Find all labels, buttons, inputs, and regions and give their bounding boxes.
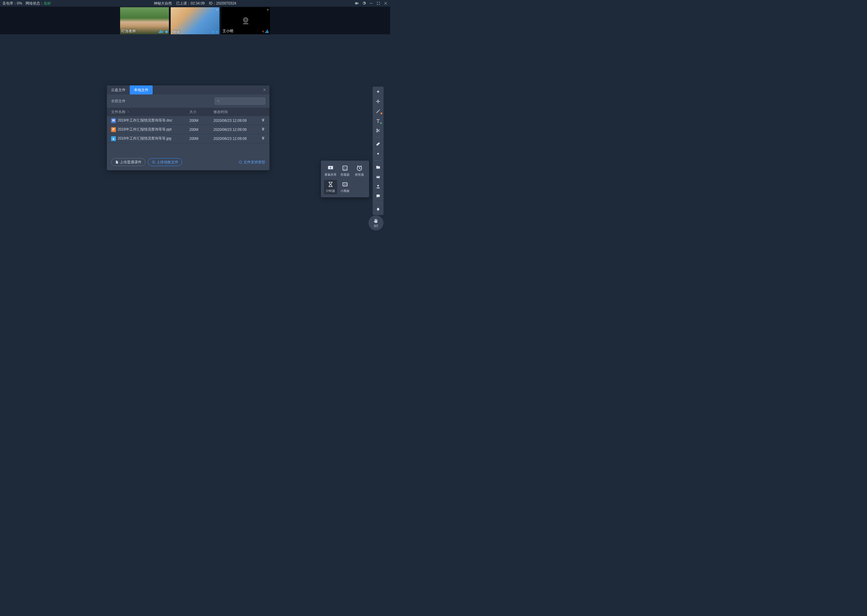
- raise-hand-button[interactable]: 0/2: [369, 215, 383, 230]
- supported-types-link[interactable]: 文件支持类型: [239, 160, 265, 165]
- participant-name: Nina: [172, 30, 180, 34]
- tool-screen-share[interactable]: 屏幕共享: [324, 163, 337, 178]
- tile-close-icon[interactable]: ×: [267, 8, 269, 12]
- camera-icon: [215, 30, 219, 34]
- svg-rect-13: [377, 176, 380, 178]
- breadcrumb-all-files[interactable]: 全部文件: [111, 99, 126, 104]
- svg-rect-0: [355, 2, 358, 5]
- tile-close-icon[interactable]: ×: [216, 8, 218, 12]
- file-name: 2019年工作汇报情况查询等等.ppt: [118, 127, 172, 132]
- gear-icon[interactable]: [362, 1, 366, 5]
- svg-text:✓: ✓: [345, 167, 347, 168]
- participant-name: 叮当老师: [121, 28, 136, 34]
- ppt-icon: P: [111, 127, 116, 132]
- mic-icon: [161, 30, 164, 34]
- svg-rect-14: [377, 176, 377, 177]
- text-tool[interactable]: [374, 117, 382, 124]
- hand-icon: [373, 218, 379, 224]
- svg-point-2: [165, 31, 168, 33]
- delete-icon[interactable]: [261, 136, 265, 140]
- file-name: 2019年工作汇报情况查询等等.doc: [118, 118, 172, 123]
- sort-icon: [127, 110, 130, 113]
- svg-rect-15: [378, 176, 378, 177]
- tool-mini-board[interactable]: 2+3 小黑板: [338, 180, 352, 194]
- file-name: 2019年工作汇报情况查询等等.jpg: [118, 136, 171, 141]
- eraser-tool[interactable]: [374, 140, 382, 148]
- star-tool[interactable]: [374, 150, 382, 157]
- file-size: 200M: [189, 137, 213, 141]
- play-icon: [152, 160, 155, 164]
- minimize-icon[interactable]: [369, 1, 373, 5]
- file-row[interactable]: W2019年工作汇报情况查询等等.doc 200M 2020/06/23 12:…: [107, 116, 270, 125]
- search-input[interactable]: [221, 99, 263, 103]
- pen-tool[interactable]: [374, 108, 382, 115]
- tools-popup: 屏幕共享 A✓B✗ 答题器 抢答器 计时器 2+3 小黑板: [321, 160, 369, 197]
- delete-icon[interactable]: [261, 118, 265, 122]
- svg-point-17: [377, 185, 379, 187]
- camera-off-icon: [240, 15, 251, 26]
- file-row[interactable]: ▲2019年工作汇报情况查询等等.jpg 200M 2020/06/23 12:…: [107, 134, 270, 143]
- svg-text:✗: ✗: [345, 168, 347, 170]
- search-icon: [217, 99, 220, 103]
- file-size: 200M: [189, 118, 213, 123]
- mic-icon: [212, 30, 214, 34]
- session-id: ID：2020070324: [209, 1, 236, 6]
- course-name: 神秘大自然: [154, 1, 172, 6]
- maximize-icon[interactable]: [376, 1, 380, 5]
- hdr-size[interactable]: 大小: [189, 110, 213, 115]
- tool-timer[interactable]: 计时器: [324, 180, 337, 194]
- svg-rect-1: [370, 3, 372, 3]
- file-list-header: 文件名称 大小 修改时间: [107, 108, 270, 116]
- file-time: 2020/06/23 12:09:09: [213, 118, 254, 123]
- folder-tool[interactable]: [374, 163, 382, 171]
- video-participants-row: 叮当老师 × Nina × 王小明: [0, 6, 390, 34]
- laser-pointer-tool[interactable]: [374, 88, 382, 96]
- svg-point-6: [244, 19, 247, 21]
- hand-count: 0/2: [374, 225, 378, 228]
- apps-tool[interactable]: [374, 173, 382, 181]
- move-tool[interactable]: [374, 98, 382, 105]
- network-status: 网络状态：良好: [25, 1, 51, 6]
- tool-quiz[interactable]: A✓B✗ 答题器: [338, 163, 352, 178]
- participant-name: 王小明: [222, 28, 233, 34]
- video-tile-participant[interactable]: × Nina: [171, 7, 219, 34]
- svg-point-7: [218, 100, 219, 101]
- video-tile-host[interactable]: 叮当老师: [120, 7, 169, 34]
- doc-icon: W: [111, 118, 116, 123]
- search-input-wrap[interactable]: [214, 97, 265, 105]
- svg-point-12: [377, 153, 379, 154]
- info-icon: [239, 160, 242, 164]
- packet-loss: 丢包率：0%: [2, 1, 22, 6]
- upload-normal-button[interactable]: 上传普通课件: [111, 158, 145, 166]
- svg-text:A: A: [344, 167, 345, 168]
- delete-icon[interactable]: [261, 127, 265, 131]
- svg-text:2+3: 2+3: [344, 183, 347, 186]
- file-size: 200M: [189, 127, 213, 132]
- video-tile-participant-off[interactable]: × 王小明: [221, 7, 270, 34]
- users-tool[interactable]: [374, 183, 382, 190]
- svg-text:B: B: [344, 168, 345, 170]
- tab-local-files[interactable]: 本地文件: [130, 85, 153, 94]
- hdr-name[interactable]: 文件名称: [111, 110, 189, 115]
- dialog-close-icon[interactable]: ×: [260, 87, 270, 93]
- audio-level-icon: [265, 29, 269, 33]
- right-toolbar: [373, 86, 383, 215]
- bell-tool[interactable]: [374, 206, 382, 213]
- file-picker-dialog: 云盘文件 本地文件 × 全部文件 文件名称 大小 修改时间 W2019年工作汇报…: [107, 85, 270, 170]
- file-row[interactable]: P2019年工作汇报情况查询等等.ppt 200M 2020/06/23 12:…: [107, 125, 270, 134]
- tool-buzzer[interactable]: 抢答器: [353, 163, 366, 178]
- image-icon: ▲: [111, 136, 116, 141]
- close-icon[interactable]: [383, 1, 388, 5]
- mic-muted-icon: [262, 30, 265, 34]
- class-duration: 已上课：02:34:09: [176, 1, 205, 6]
- chat-tool[interactable]: [374, 193, 382, 200]
- file-icon: [115, 160, 118, 164]
- file-time: 2020/06/23 12:09:09: [213, 127, 254, 132]
- top-status-bar: 丢包率：0% 网络状态：良好 神秘大自然 已上课：02:34:09 ID：202…: [0, 0, 390, 6]
- hdr-time[interactable]: 修改时间: [213, 110, 265, 115]
- tab-cloud-files[interactable]: 云盘文件: [107, 85, 130, 94]
- svg-rect-16: [378, 176, 379, 177]
- scissors-tool[interactable]: [374, 127, 382, 134]
- record-icon[interactable]: [355, 1, 359, 5]
- upload-animated-button[interactable]: 上传动效文件: [148, 158, 182, 166]
